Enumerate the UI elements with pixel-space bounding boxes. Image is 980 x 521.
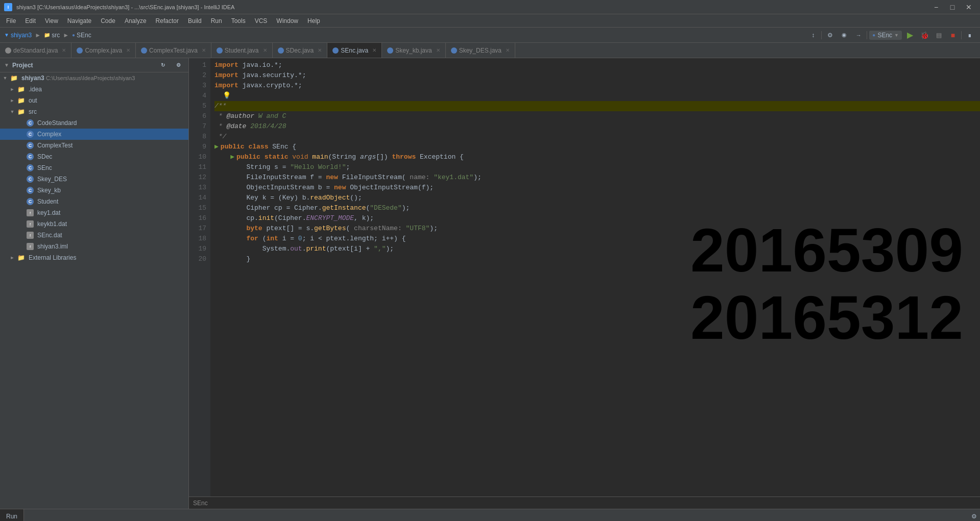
toolbar-extra1-button[interactable]: ◉ — [838, 29, 850, 41]
sidebar-item-complex[interactable]: ► C Complex — [0, 129, 188, 140]
sidebar: ▼ Project ↻ ⚙ ▼ 📁 shiyan3 C:\Users\asus\… — [0, 58, 189, 509]
tab-skey-des[interactable]: Skey_DES.java ✕ — [446, 43, 515, 58]
menu-window[interactable]: Window — [272, 16, 302, 26]
tree-arrow-external-libs: ► — [9, 255, 15, 261]
tab-senc[interactable]: SEnc.java ✕ — [327, 43, 382, 58]
tab-destandard[interactable]: deStandard.java ✕ — [0, 43, 71, 58]
stop-button[interactable]: ■ — [947, 29, 959, 41]
folder-icon-out: 📁 — [17, 97, 25, 104]
maximize-button[interactable]: □ — [945, 0, 960, 14]
run-config-selector[interactable]: ● SEnc ▼ — [869, 31, 902, 40]
tab-close-complex[interactable]: ✕ — [126, 47, 130, 53]
tree-arrow-shiyan3: ▼ — [2, 75, 8, 81]
tab-close-destandard[interactable]: ✕ — [62, 47, 66, 53]
code-line-9: ▶public class SEnc { — [214, 142, 980, 152]
tree-arrow-out: ► — [9, 97, 15, 104]
tree-label-src: src — [29, 108, 37, 115]
line-num-2: 2 — [189, 70, 210, 81]
toolbar-layout-button[interactable]: ∎ — [964, 29, 976, 41]
editor-area[interactable]: 1 2 3 4 5 6 7 8 9 10 11 12 13 14 15 16 1… — [189, 58, 980, 509]
line-num-8: 8 — [189, 132, 210, 142]
sidebar-item-external-libs[interactable]: ► 📁 External Libraries — [0, 252, 188, 263]
breadcrumb-class[interactable]: ● SEnc — [72, 32, 91, 39]
debug-button[interactable]: 🐞 — [918, 29, 930, 41]
tab-complextest[interactable]: ComplexTest.java ✕ — [136, 43, 211, 58]
breadcrumb-src[interactable]: 📁 src — [44, 32, 60, 39]
tab-close-complextest[interactable]: ✕ — [202, 47, 206, 53]
tab-close-skey-kb[interactable]: ✕ — [436, 47, 440, 53]
menu-refactor[interactable]: Refactor — [152, 16, 183, 26]
sidebar-item-shiyan3[interactable]: ▼ 📁 shiyan3 C:\Users\asus\IdeaProjects\s… — [0, 72, 188, 84]
sidebar-item-out[interactable]: ► 📁 out — [0, 95, 188, 106]
code-lines[interactable]: import java.io.*; import java.security.*… — [210, 58, 980, 497]
sidebar-item-skey-kb[interactable]: ► C Skey_kb — [0, 185, 188, 196]
menu-analyze[interactable]: Analyze — [121, 16, 151, 26]
line-num-1: 1 — [189, 60, 210, 70]
menu-build[interactable]: Build — [184, 16, 206, 26]
run-button[interactable]: ▶ — [904, 29, 916, 41]
sidebar-item-keykb1[interactable]: ► f keykb1.dat — [0, 218, 188, 230]
tree-label-senc-dat: SEnc.dat — [37, 232, 62, 239]
close-button[interactable]: ✕ — [962, 0, 976, 14]
sidebar-item-sdec[interactable]: ► C SDec — [0, 151, 188, 162]
sidebar-item-key1[interactable]: ► f key1.dat — [0, 207, 188, 218]
sidebar-item-codestandard[interactable]: ► C CodeStandard — [0, 117, 188, 129]
menu-help[interactable]: Help — [303, 16, 324, 26]
sidebar-title: Project — [12, 62, 33, 69]
toolbar-sort-button[interactable]: ↕ — [807, 29, 819, 41]
toolbar-settings-button[interactable]: ⚙ — [824, 29, 836, 41]
code-line-2: import java.security.*; — [214, 70, 980, 81]
tree-arrow-src: ▼ — [9, 109, 15, 115]
code-line-12: FileInputStream f = new FileInputStream(… — [214, 172, 980, 183]
sidebar-item-senc[interactable]: ► C SEnc — [0, 162, 188, 173]
sidebar-item-skey-des[interactable]: ► C Skey_DES — [0, 173, 188, 185]
breadcrumb-project[interactable]: ▼ shiyan3 — [4, 32, 32, 39]
line-num-14: 14 — [189, 193, 210, 203]
tab-close-senc[interactable]: ✕ — [372, 47, 376, 53]
tab-close-skey-des[interactable]: ✕ — [506, 47, 510, 53]
java-icon-senc: C — [27, 164, 34, 171]
bottom-tab-run[interactable]: Run — [0, 509, 24, 522]
java-icon-student: C — [27, 198, 34, 205]
sidebar-sync-button[interactable]: ↻ — [157, 59, 169, 71]
tab-close-sdec[interactable]: ✕ — [318, 47, 322, 53]
tab-close-student[interactable]: ✕ — [263, 47, 267, 53]
code-line-10: ▶public static void main(String args[]) … — [214, 152, 980, 162]
tab-skey-kb[interactable]: Skey_kb.java ✕ — [382, 43, 445, 58]
menu-view[interactable]: View — [41, 16, 62, 26]
tab-student[interactable]: Student.java ✕ — [211, 43, 273, 58]
menu-file[interactable]: File — [2, 16, 20, 26]
menu-edit[interactable]: Edit — [21, 16, 40, 26]
file-icon-key1: f — [27, 209, 34, 216]
tab-complex[interactable]: Complex.java ✕ — [71, 43, 136, 58]
bottom-panel: Run ⚙ ● SEnc ▶ ↻ ■ ▮▮ ⚙ 📌 🗑 "C:\Program … — [0, 509, 980, 521]
line-num-3: 3 — [189, 81, 210, 91]
bottom-tabs: Run ⚙ — [0, 509, 980, 521]
tree-label-skey-des: Skey_DES — [37, 176, 67, 183]
menu-vcs[interactable]: VCS — [251, 16, 272, 26]
toolbar-collapse-button[interactable]: → — [852, 29, 865, 41]
coverage-button[interactable]: ▤ — [933, 29, 945, 41]
sidebar-item-idea[interactable]: ► 📁 .idea — [0, 84, 188, 95]
menu-navigate[interactable]: Navigate — [63, 16, 95, 26]
folder-icon-shiyan3: 📁 — [10, 75, 18, 82]
sidebar-item-complextest[interactable]: ► C ComplexTest — [0, 140, 188, 151]
sidebar-item-iml[interactable]: ► f shiyan3.iml — [0, 241, 188, 252]
tree-label-codestandard: CodeStandard — [37, 119, 77, 127]
tab-sdec[interactable]: SDec.java ✕ — [273, 43, 328, 58]
tree-label-skey-kb: Skey_kb — [37, 187, 61, 194]
sidebar-gear-button[interactable]: ⚙ — [172, 59, 184, 71]
line-num-9: 9 — [189, 142, 210, 152]
code-content[interactable]: 1 2 3 4 5 6 7 8 9 10 11 12 13 14 15 16 1… — [189, 58, 980, 497]
sidebar-item-src[interactable]: ▼ 📁 src — [0, 106, 188, 117]
line-num-11: 11 — [189, 162, 210, 172]
menu-run[interactable]: Run — [207, 16, 226, 26]
menu-code[interactable]: Code — [97, 16, 119, 26]
sidebar-item-student[interactable]: ► C Student — [0, 196, 188, 207]
menu-tools[interactable]: Tools — [227, 16, 250, 26]
sidebar-item-senc-dat[interactable]: ► f SEnc.dat — [0, 230, 188, 241]
minimize-button[interactable]: − — [929, 0, 943, 14]
java-icon-complex: C — [27, 131, 34, 138]
line-num-20: 20 — [189, 254, 210, 264]
bottom-settings-button[interactable]: ⚙ — [968, 510, 980, 522]
